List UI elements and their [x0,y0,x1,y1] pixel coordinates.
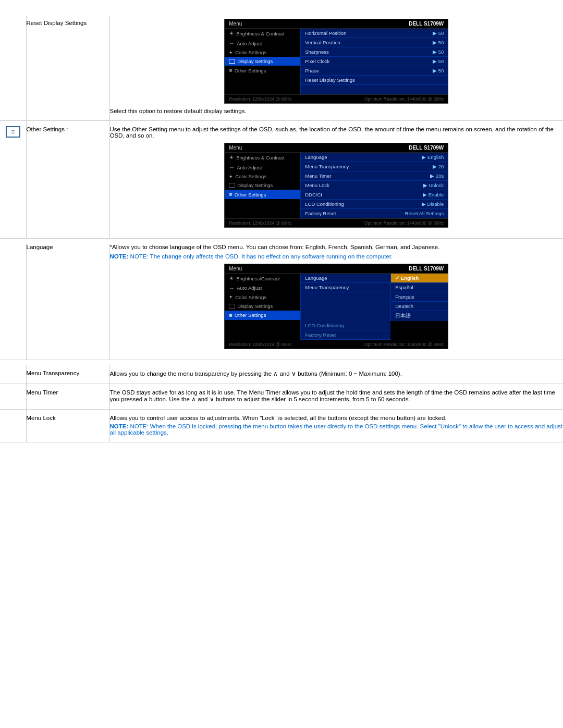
menu-lock-note: NOTE: NOTE: When the OSD is locked, pres… [110,423,564,436]
osd1-menu-label: Menu [229,21,242,27]
language-note: NOTE: NOTE: The change only affects the … [110,253,564,260]
reset-display-label: Reset Display Settings [27,20,87,26]
menu-timer-description: The OSD stays active for as long as it i… [110,389,564,403]
other-settings-description: Use the Other Setting menu to adjust the… [110,126,564,139]
language-description: *Allows you to choose language of the OS… [110,244,564,250]
menu-lock-description: Allows you to control user access to adj… [110,415,564,421]
menu-timer-label: Menu Timer [27,389,58,396]
menu-transparency-description: Allows you to change the menu transparen… [110,370,564,377]
other-settings-icon: ≡ [6,126,20,138]
osd-screenshot-1: Menu DELL S1709W ☀Brightness & Contrast … [224,19,448,104]
osd1-footer-right: Optimum Resolution: 1440x900 @ 60Hz [364,96,444,102]
osd1-brand: DELL S1709W [409,21,444,27]
osd1-footer-left: Resolution: 1280x1024 @ 60Hz [229,96,291,102]
menu-transparency-label: Menu Transparency [27,370,80,376]
osd-screenshot-3: Menu DELL S1709W ☀Brightness/Contrast ↔A… [224,264,448,349]
osd-screenshot-2: Menu DELL S1709W ☀Brightness & Contrast … [224,143,448,228]
reset-description: Select this option to restore default di… [110,108,564,114]
language-label: Language [27,244,53,250]
other-settings-label: Other Settings : [27,126,68,132]
menu-lock-label: Menu Lock [27,415,56,421]
